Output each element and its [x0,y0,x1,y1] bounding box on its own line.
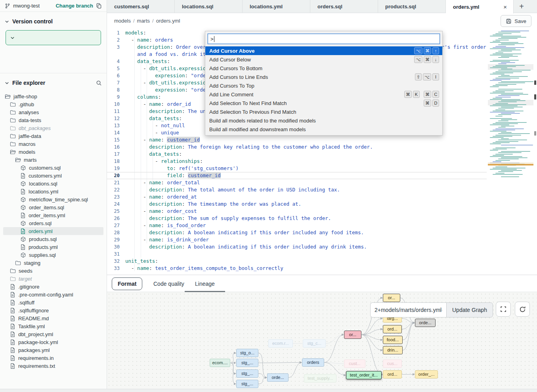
breadcrumb-item[interactable]: marts [137,18,150,24]
file-item-packages.yml[interactable]: packages.yml [3,346,103,354]
file-item-target[interactable]: target [3,275,103,283]
file-item-.gitignore[interactable]: .gitignore [3,283,103,291]
lineage-node-orders[interactable]: orders [302,358,324,367]
command-item[interactable]: Add Selection To Previous Find Match [205,107,442,116]
file-item-macros[interactable]: macros [3,140,103,148]
command-item[interactable]: Add Cursor Above⌥⌘↑ [205,46,442,55]
lineage-node-or[interactable]: or... [383,294,400,302]
file-item-locations.sql[interactable]: locations.sql [3,180,103,187]
file-item-requirements.in[interactable]: requirements.in [3,354,103,362]
code-line[interactable]: 25 - name: order_cost [107,208,487,215]
lineage-node-stg_[interactable]: stg_... [236,359,258,367]
file-item-requirements.txt[interactable]: requirements.txt [3,362,103,370]
lineage-node-cus[interactable]: cus... [383,359,402,368]
file-item-.sqlfluff[interactable]: .sqlfluff [3,298,103,306]
code-line[interactable]: 27 - name: is_food_order [107,222,487,229]
command-item[interactable]: Add Cursor Below⌥⌘↓ [205,55,442,64]
tab-orders.yml[interactable]: orders.yml× [446,0,514,13]
code-line[interactable]: 28 description: A boolean indicating if … [107,229,487,236]
lineage-node-food[interactable]: food... [383,336,403,344]
file-item-staging[interactable]: staging [3,259,103,267]
code-line[interactable]: 15 - name: customer_id [107,136,487,143]
fullscreen-button[interactable] [496,302,511,317]
command-item[interactable]: Build all modified and downstream models [205,125,442,134]
lineage-node-or[interactable]: or... [344,331,361,339]
code-line[interactable]: 33 - name: test_order_items_compute_to_b… [107,265,487,272]
command-item[interactable]: Add Line Comment⌘K⌘C [205,90,442,99]
file-item-products.yml[interactable]: products.yml [3,243,103,251]
file-item-orders.sql[interactable]: orders.sql [3,219,103,227]
code-line[interactable]: 30 description: A boolean indicating if … [107,243,487,250]
breadcrumb-item[interactable]: orders.yml [156,18,180,24]
code-line[interactable]: 31 [107,250,487,258]
file-item-marts[interactable]: marts [3,156,103,164]
new-tab-button[interactable]: + [514,0,529,13]
file-item-metricflow_time_spine.sql[interactable]: metricflow_time_spine.sql [3,195,103,203]
file-item-customers.yml[interactable]: customers.yml [3,172,103,180]
minimap[interactable] [488,29,533,179]
file-item-.github[interactable]: .github [3,100,103,108]
command-item[interactable]: Add Selection To Next Find Match⌘D [205,99,442,107]
file-item-package-lock.yml[interactable]: package-lock.yml [3,338,103,346]
code-line[interactable]: 32unit_tests: [107,258,487,265]
selector-input[interactable] [370,302,446,317]
tab-locations.sql[interactable]: locations.sql [175,0,243,13]
code-line[interactable]: 18 - relationships: [107,158,487,165]
code-line[interactable]: 24 description: The timestamp the order … [107,201,487,208]
tab-customers.sql[interactable]: customers.sql [107,0,175,13]
command-item[interactable]: Add Cursors to Line Ends⇧⌥I [205,73,442,81]
command-palette-input[interactable]: > [208,34,440,44]
refresh-button[interactable] [515,302,530,317]
code-line[interactable]: 29 - name: is_drink_order [107,236,487,243]
lineage-node-stg_c[interactable]: stg_c... [303,339,326,348]
version-control-header[interactable]: Version control [0,12,107,28]
breadcrumb-item[interactable]: models [114,18,131,24]
tab-lineage[interactable]: Lineage [195,275,215,292]
file-item-.pre-commit-config.yaml[interactable]: .pre-commit-config.yaml [3,291,103,298]
file-item-locations.yml[interactable]: locations.yml [3,187,103,195]
tab-orders.sql[interactable]: orders.sql [310,0,378,13]
file-item-order_items.sql[interactable]: order_items.sql [3,203,103,211]
file-item-data-tests[interactable]: data-tests [3,116,103,124]
code-line[interactable]: 20 field: customer_id [107,172,487,179]
update-graph-button[interactable]: Update Graph [446,302,493,317]
tab-locations.yml[interactable]: locations.yml [243,0,310,13]
code-line[interactable]: 21 - name: order_total [107,179,487,186]
lineage-node-ord[interactable]: ord... [383,370,402,379]
file-item-jaffle-shop[interactable]: jaffle-shop [3,92,103,100]
file-item-dbt_project.yml[interactable]: dbt_project.yml [3,330,103,338]
file-item-orders.yml[interactable]: orders.yml [3,227,103,235]
lineage-node-stg_[interactable]: stg_... [236,380,258,388]
file-item-.sqlfluffignore[interactable]: .sqlfluffignore [3,306,103,314]
editor-scrollbar[interactable] [534,29,537,275]
lineage-node-cust[interactable]: cust... [344,359,365,368]
file-item-analyses[interactable]: analyses [3,108,103,116]
command-item[interactable]: Add Cursors To Top [205,81,442,90]
file-item-dbt_packages[interactable]: dbt_packages [3,124,103,132]
format-button[interactable]: Format [112,277,142,290]
file-item-jaffle-data[interactable]: jaffle-data [3,132,103,140]
code-line[interactable]: 23 - name: ordered_at [107,193,487,201]
lineage-node-test_order_it[interactable]: test_order_it... [346,371,382,379]
lineage-node-stg_o[interactable]: stg_o... [236,349,258,357]
lineage-node-ecom[interactable]: ecom.... [210,359,230,367]
file-item-Taskfile.yml[interactable]: Taskfile.yml [3,322,103,330]
lineage-node-orde[interactable]: orde... [267,373,289,382]
copy-icon[interactable] [96,3,102,9]
file-item-supplies.sql[interactable]: supplies.sql [3,251,103,259]
change-branch-link[interactable]: Change branch [55,3,93,9]
lineage-node-ord[interactable]: ord... [383,325,402,333]
lineage-node-stg_[interactable]: stg_... [236,369,258,378]
tab-products.sql[interactable]: products.sql [378,0,446,13]
create-pr-button[interactable]: Create a pull request on Git... [6,30,101,45]
bottom-scroll-strip[interactable] [0,389,537,392]
lineage-node-drin[interactable]: drin... [383,346,403,354]
lineage-node-order_[interactable]: order_... [415,370,438,379]
code-line[interactable]: 19 to: ref('stg_customers') [107,165,487,172]
lineage-canvas[interactable]: Update Graph ecom....stg_o...stg_...stg_… [107,292,537,389]
tab-code-quality[interactable]: Code quality [153,275,184,292]
code-line[interactable]: 17 data_tests: [107,151,487,158]
lineage-node-orde[interactable]: orde... [415,319,436,327]
lineage-node-ecomr[interactable]: ecom.r... [268,339,293,348]
file-item-customers.sql[interactable]: customers.sql [3,164,103,172]
